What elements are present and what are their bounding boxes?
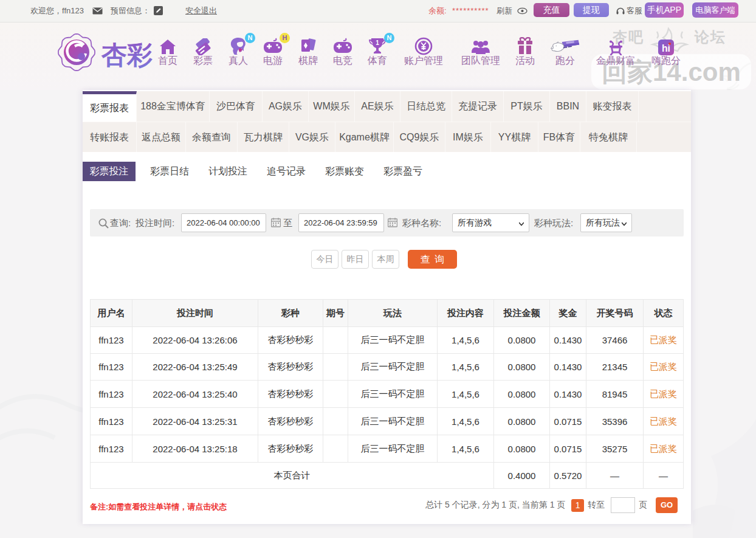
svg-text:杏彩: 杏彩	[101, 41, 153, 69]
svg-text:1: 1	[376, 40, 379, 46]
